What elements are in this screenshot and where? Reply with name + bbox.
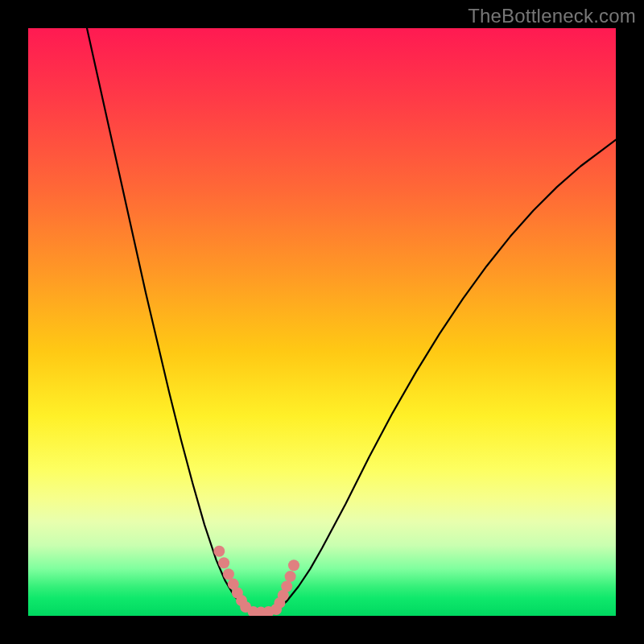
plot-area [28, 28, 616, 616]
marker-dots [213, 546, 299, 616]
right-curve [275, 140, 616, 612]
chart-frame: TheBottleneck.com [0, 0, 644, 644]
curve-layer [28, 28, 616, 616]
svg-point-0 [213, 546, 225, 557]
left-curve [87, 28, 251, 613]
svg-point-1 [218, 557, 229, 568]
svg-point-2 [223, 568, 234, 580]
watermark-text: TheBottleneck.com [468, 5, 636, 27]
svg-point-14 [285, 571, 296, 582]
svg-point-13 [281, 581, 292, 592]
svg-point-15 [288, 559, 299, 571]
